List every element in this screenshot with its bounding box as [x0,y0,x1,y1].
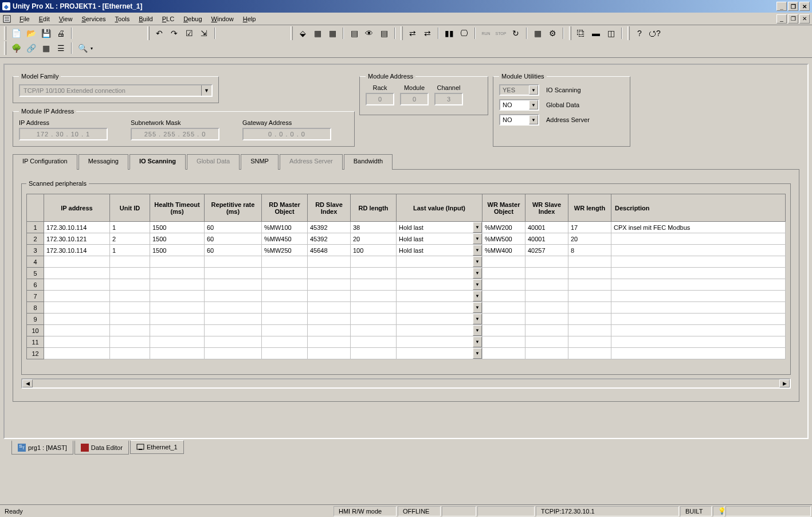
menu-debug[interactable]: Debug [179,14,206,23]
plc-icon[interactable]: 🖵 [457,26,471,40]
col-wrs[interactable]: WR Slave Index [525,194,568,222]
zoom-icon[interactable]: 🔍 [76,41,89,55]
run-icon[interactable]: RUN [479,26,493,40]
tile-h-icon[interactable]: ▬ [589,26,603,40]
chevron-down-icon[interactable]: ▼ [473,256,482,267]
table-icon[interactable]: ▦ [39,41,53,55]
find-icon[interactable]: 👁 [362,26,376,40]
help-icon[interactable]: ? [633,26,646,40]
col-rep[interactable]: Repetitive rate (ms) [205,194,262,222]
scroll-right-icon[interactable]: ▶ [779,379,790,387]
refresh-icon[interactable]: ↻ [509,26,523,40]
print-icon[interactable]: 🖨 [54,26,68,40]
chevron-down-icon[interactable]: ▼ [201,85,211,96]
col-unit[interactable]: Unit ID [110,194,150,222]
network-icon[interactable]: 🔗 [24,41,38,55]
rebuild-icon[interactable]: ▦ [311,26,324,40]
structure-icon[interactable]: 🌳 [9,41,23,55]
col-wrl[interactable]: WR length [568,194,611,222]
menu-edit[interactable]: Edit [34,14,54,23]
cascade-icon[interactable]: ⿻ [574,26,588,40]
col-last[interactable]: Last value (Input) [397,194,483,222]
model-family-combo[interactable]: ▼ [19,84,213,97]
tab-bandwidth[interactable]: Bandwidth [344,154,393,170]
col-wrm[interactable]: WR Master Object [483,194,525,222]
chevron-down-icon[interactable]: ▼ [473,336,482,347]
table-row[interactable]: 6▼ [27,279,786,291]
analyze-icon[interactable]: ▦ [325,26,339,40]
menu-build[interactable]: Build [134,14,157,23]
project-browser-icon[interactable]: ▤ [347,26,361,40]
open-icon[interactable]: 📂 [24,26,38,40]
menu-window[interactable]: Window [207,14,238,23]
close-button[interactable]: ✕ [799,2,810,11]
table-row[interactable]: 3172.30.10.1141150060%MW25045648100Hold … [27,245,786,256]
menu-plc[interactable]: PLC [158,14,179,23]
chevron-down-icon[interactable]: ▼ [473,302,482,313]
chevron-down-icon[interactable]: ▼ [473,279,482,290]
table-row[interactable]: 10▼ [27,325,786,336]
col-rdl[interactable]: RD length [351,194,397,222]
table-row[interactable]: 5▼ [27,268,786,279]
toolbar-grip[interactable] [4,26,6,40]
table-row[interactable]: 1172.30.10.1141150060%MW1004539238Hold l… [27,222,786,233]
chevron-down-icon[interactable]: ▼ [473,348,482,359]
tab-ip-configuration[interactable]: IP Configuration [13,154,77,170]
doc-tab-prg1[interactable]: ST prg1 : [MAST] [11,440,73,455]
tab-io-scanning[interactable]: IO Scanning [130,154,186,170]
col-health[interactable]: Health Timeout (ms) [150,194,205,222]
tile-v-icon[interactable]: ◫ [604,26,618,40]
chevron-down-icon[interactable]: ▼ [473,222,482,233]
operator-screen-icon[interactable]: ⚙ [546,26,559,40]
mdi-minimize[interactable]: _ [776,14,787,23]
stop-icon[interactable]: STOP [494,26,508,40]
address-server-combo[interactable]: ▼ [499,114,539,126]
tab-messaging[interactable]: Messaging [79,154,128,170]
col-rdm[interactable]: RD Master Object [262,194,308,222]
chevron-down-icon[interactable]: ▼ [473,245,482,256]
menu-file[interactable]: File [15,14,34,23]
list-icon[interactable]: ☰ [54,41,68,55]
table-row[interactable]: 9▼ [27,314,786,325]
table-row[interactable]: 12▼ [27,348,786,359]
redo-icon[interactable]: ↷ [167,26,181,40]
chevron-down-icon[interactable]: ▼ [529,85,538,95]
doc-tab-data-editor[interactable]: Data Editor [74,440,129,455]
scan-table[interactable]: IP address Unit ID Health Timeout (ms) R… [26,194,786,359]
tab-snmp[interactable]: SNMP [241,154,278,170]
col-desc[interactable]: Description [611,194,786,222]
save-icon[interactable]: 💾 [39,26,53,40]
disconnect-icon[interactable]: ⇄ [421,26,434,40]
chevron-down-icon[interactable]: ▼ [473,291,482,301]
validate-icon[interactable]: ☑ [182,26,196,40]
menu-help[interactable]: Help [238,14,261,23]
new-icon[interactable]: 📄 [9,26,23,40]
chevron-down-icon[interactable]: ▼ [473,233,482,244]
table-row[interactable]: 11▼ [27,336,786,348]
col-ip[interactable]: IP address [44,194,110,222]
maximize-button[interactable]: ❐ [788,2,798,11]
table-row[interactable]: 2172.30.10.1212150060%MW4504539220Hold l… [27,233,786,245]
chevron-down-icon[interactable]: ▼ [529,115,538,124]
simulator-icon[interactable]: ▮▮ [442,26,456,40]
scroll-left-icon[interactable]: ◀ [22,379,33,387]
menu-tools[interactable]: Tools [111,14,135,23]
menu-view[interactable]: View [54,14,77,23]
context-help-icon[interactable]: ⭯? [648,26,661,40]
table-row[interactable]: 4▼ [27,256,786,268]
table-row[interactable]: 8▼ [27,302,786,314]
build-icon[interactable]: ⬙ [296,26,309,40]
chevron-down-icon[interactable]: ▼ [473,268,482,279]
io-scanning-combo[interactable]: ▼ [499,84,539,96]
col-rds[interactable]: RD Slave Index [308,194,351,222]
transfer-icon[interactable]: ⇲ [197,26,211,40]
global-data-combo[interactable]: ▼ [499,99,539,111]
mdi-close[interactable]: ✕ [799,14,810,23]
undo-icon[interactable]: ↶ [152,26,166,40]
menu-services[interactable]: Services [77,14,110,23]
chevron-down-icon[interactable]: ▼ [473,325,482,336]
chevron-down-icon[interactable]: ▼ [473,314,482,324]
table-row[interactable]: 7▼ [27,291,786,302]
doc-tab-ethernet[interactable]: Ethernet_1 [130,440,184,454]
mdi-restore[interactable]: ❐ [788,14,798,23]
